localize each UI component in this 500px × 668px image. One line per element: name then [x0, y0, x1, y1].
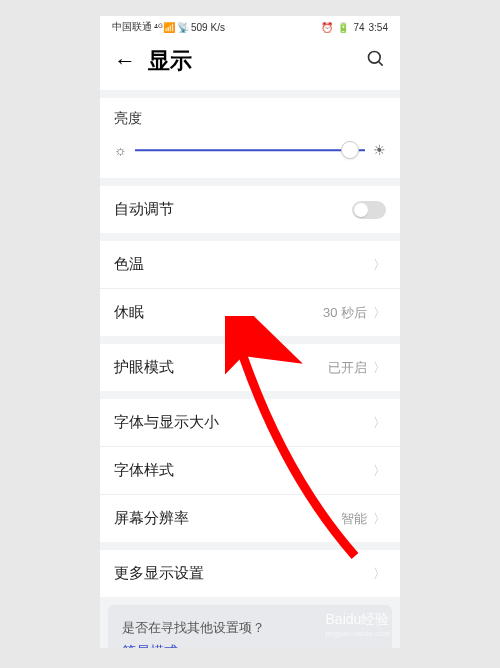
item-resolution[interactable]: 屏幕分辨率 智能〉 [100, 495, 400, 542]
item-more-display[interactable]: 更多显示设置 〉 [100, 550, 400, 597]
chevron-right-icon: 〉 [373, 359, 386, 377]
group-color-sleep: 色温 〉 休眠 30 秒后〉 [100, 241, 400, 336]
brightness-section: 亮度 ☼ ☀ [100, 98, 400, 178]
battery-icon: 🔋 [337, 22, 349, 33]
item-font-display-size[interactable]: 字体与显示大小 〉 [100, 399, 400, 447]
chevron-right-icon: 〉 [373, 304, 386, 322]
item-color-temp[interactable]: 色温 〉 [100, 241, 400, 289]
signal-icon: ⁴ᴳ📶 [154, 22, 175, 33]
svg-line-1 [379, 61, 383, 65]
item-font-style[interactable]: 字体样式 〉 [100, 447, 400, 495]
phone-frame: 中国联通 ⁴ᴳ📶 📡 509 K/s ⏰ 🔋 74 3:54 ← 显示 亮度 ☼… [100, 16, 400, 648]
group-font-resolution: 字体与显示大小 〉 字体样式 〉 屏幕分辨率 智能〉 [100, 399, 400, 542]
alarm-icon: ⏰ [321, 22, 333, 33]
status-bar: 中国联通 ⁴ᴳ📶 📡 509 K/s ⏰ 🔋 74 3:54 [100, 16, 400, 36]
header: ← 显示 [100, 36, 400, 90]
chevron-right-icon: 〉 [373, 414, 386, 432]
search-icon[interactable] [366, 49, 386, 74]
clock-time: 3:54 [369, 22, 388, 33]
carrier-label: 中国联通 [112, 20, 152, 34]
brightness-label: 亮度 [114, 110, 386, 128]
auto-adjust-toggle[interactable] [352, 201, 386, 219]
group-more: 更多显示设置 〉 [100, 550, 400, 597]
page-title: 显示 [148, 46, 366, 76]
chevron-right-icon: 〉 [373, 256, 386, 274]
brightness-high-icon: ☀ [373, 142, 386, 158]
auto-adjust-row[interactable]: 自动调节 [100, 186, 400, 233]
wifi-icon: 📡 [177, 22, 189, 33]
battery-pct: 74 [353, 22, 364, 33]
brightness-slider[interactable] [135, 140, 365, 160]
item-eye-protect[interactable]: 护眼模式 已开启〉 [100, 344, 400, 391]
chevron-right-icon: 〉 [373, 510, 386, 528]
tip-link-simple-mode[interactable]: 简易模式 [122, 643, 378, 648]
auto-adjust-section: 自动调节 [100, 186, 400, 233]
item-sleep[interactable]: 休眠 30 秒后〉 [100, 289, 400, 336]
brightness-low-icon: ☼ [114, 142, 127, 158]
group-eye: 护眼模式 已开启〉 [100, 344, 400, 391]
net-speed: 509 K/s [191, 22, 225, 33]
chevron-right-icon: 〉 [373, 565, 386, 583]
watermark: Baidu经验 jingyan.baidu.com [326, 611, 390, 638]
back-icon[interactable]: ← [114, 50, 136, 72]
chevron-right-icon: 〉 [373, 462, 386, 480]
auto-adjust-label: 自动调节 [114, 200, 174, 219]
svg-point-0 [369, 51, 381, 63]
